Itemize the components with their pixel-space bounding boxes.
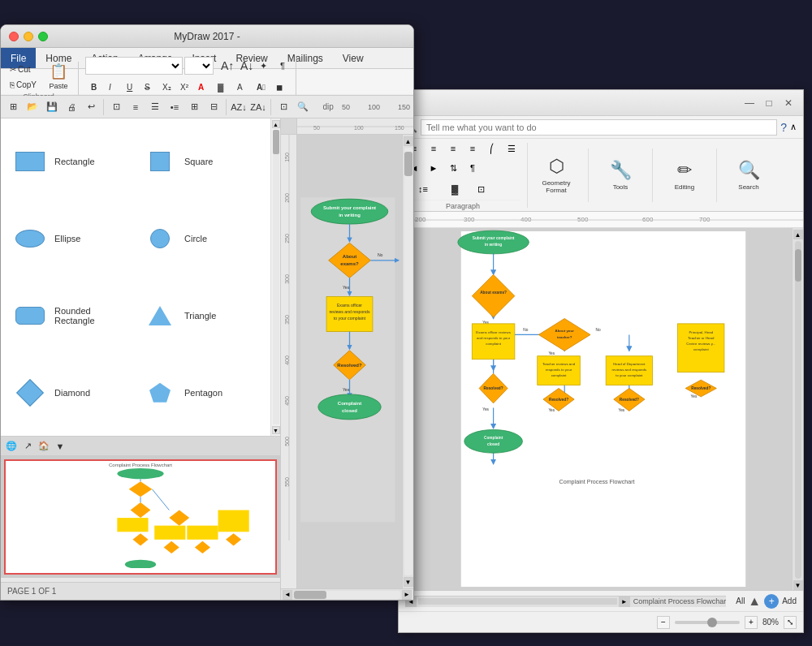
thumbnail-content: Complaint Process Flowchart: [4, 459, 277, 575]
canvas-vscroll-thumb[interactable]: [404, 152, 412, 176]
zoom-out-button[interactable]: −: [657, 616, 670, 629]
scroll-down-button[interactable]: ▼: [793, 580, 803, 590]
underline-button[interactable]: U: [121, 77, 137, 97]
geometry-format-button[interactable]: ⬡ Geometry Format: [534, 146, 578, 205]
editing-button[interactable]: ✏ Editing: [663, 146, 706, 205]
shapes-scroll-down[interactable]: ▼: [272, 426, 280, 434]
indent-right-button[interactable]: ►: [425, 159, 443, 177]
menu-view[interactable]: View: [333, 48, 374, 68]
horizontal-scrollbar[interactable]: ◄ ► Complaint Process Flowchar: [405, 596, 726, 607]
shape-icon-circle: [144, 226, 176, 251]
zoom-in-button[interactable]: +: [745, 616, 758, 629]
fit-page-button[interactable]: ⤡: [784, 616, 797, 629]
toolbar-save[interactable]: 💾: [43, 98, 61, 116]
scroll-thumb[interactable]: [795, 249, 801, 282]
help-button[interactable]: ?: [780, 121, 787, 134]
text-bg-button[interactable]: A: [231, 77, 249, 97]
preview-tool-1[interactable]: 🌐: [4, 439, 19, 454]
text-format-button[interactable]: ¶: [274, 56, 291, 75]
close-button[interactable]: ✕: [780, 95, 797, 111]
bold-button[interactable]: B: [85, 77, 102, 97]
canvas-hscroll-thumb[interactable]: [294, 591, 326, 599]
toolbar-bullets[interactable]: •≡: [166, 98, 184, 116]
sort-button[interactable]: ⇅: [444, 159, 462, 177]
toolbar-canvas[interactable]: ⊡: [274, 98, 292, 116]
toolbar-more[interactable]: ⊟: [205, 98, 222, 116]
tell-me-input[interactable]: [421, 119, 777, 136]
columns-button[interactable]: ⎛: [483, 140, 501, 157]
list-button[interactable]: ☰: [503, 140, 520, 157]
toolbar-search[interactable]: 🔍: [294, 98, 312, 116]
flowchart-canvas[interactable]: Submit your complaint in writing About e…: [297, 135, 402, 588]
toolbar-new[interactable]: ⊞: [4, 98, 22, 116]
copy-button[interactable]: ⎘ CopY: [4, 77, 42, 92]
canvas-vscroll[interactable]: ▲ ▼: [402, 135, 413, 588]
toolbar-list[interactable]: ☰: [146, 98, 164, 116]
font-grow-button[interactable]: A↑: [215, 56, 233, 75]
font-shrink-button[interactable]: A↓: [235, 56, 253, 75]
shape-item-ellipse[interactable]: Ellipse: [9, 204, 132, 274]
shape-item-triangle[interactable]: Triangle: [139, 281, 262, 351]
toolbar-sort-za[interactable]: ZA↓: [249, 98, 267, 116]
preview-dropdown[interactable]: ▼: [53, 439, 67, 454]
vertical-scrollbar[interactable]: ▲ ▼: [792, 228, 803, 590]
toolbar-sort-az[interactable]: AZ↓: [230, 98, 248, 116]
close-button[interactable]: [9, 32, 19, 41]
zoom-thumb[interactable]: [707, 618, 717, 627]
border-text-button[interactable]: ◼: [270, 77, 288, 97]
paste-button[interactable]: 📋 Paste: [44, 62, 73, 93]
canvas-main[interactable]: Submit your complaint in writing About e…: [415, 228, 792, 590]
toolbar-undo[interactable]: ↩: [82, 98, 100, 116]
shapes-scrollbar[interactable]: ▲ ▼: [270, 118, 280, 436]
tools-button[interactable]: 🔧 Tools: [598, 146, 642, 205]
shape-item-rounded-rectangle[interactable]: Rounded Rectangle: [9, 281, 132, 351]
align-center-button[interactable]: ≡: [425, 140, 443, 157]
clear-format-button[interactable]: ✦: [254, 56, 273, 75]
shapes-scroll-thumb[interactable]: [273, 130, 279, 154]
toolbar-align[interactable]: ≡: [127, 98, 145, 116]
toolbar-print[interactable]: 🖨: [63, 98, 80, 116]
canvas-area[interactable]: 50 100 150 150 200 250 300 350 400: [281, 118, 413, 600]
scroll-up-button[interactable]: ▲: [793, 230, 803, 239]
toolbar-table[interactable]: ⊞: [185, 98, 203, 116]
font-size-select[interactable]: [184, 57, 214, 75]
shape-item-square[interactable]: Square: [139, 127, 262, 197]
cut-button[interactable]: ✂ Cut: [4, 62, 37, 76]
search-button[interactable]: 🔍 Search: [727, 146, 771, 205]
maximize-button[interactable]: [38, 32, 48, 41]
shape-item-rectangle[interactable]: Rectangle: [9, 127, 132, 197]
toolbar-shapes[interactable]: ⊡: [107, 98, 125, 116]
shade-button[interactable]: ▓: [443, 180, 467, 198]
pilcrow-button[interactable]: ¶: [464, 159, 482, 177]
canvas-hscroll[interactable]: ◄ ►: [281, 588, 413, 600]
preview-tool-3[interactable]: 🏠: [37, 439, 51, 454]
canvas-scroll-down[interactable]: ▼: [404, 577, 413, 587]
font-color-button[interactable]: A: [192, 77, 210, 97]
italic-button[interactable]: I: [103, 77, 119, 97]
zoom-slider[interactable]: [675, 621, 740, 624]
canvas-hscroll-right[interactable]: ►: [402, 590, 412, 600]
scroll-right-button[interactable]: ►: [619, 596, 630, 607]
canvas-scroll-up[interactable]: ▲: [404, 136, 413, 146]
collapse-button[interactable]: ∧: [790, 122, 797, 132]
minimize-button[interactable]: [24, 32, 33, 41]
preview-tool-2[interactable]: ↗: [20, 439, 35, 454]
superscript-button[interactable]: X²: [175, 77, 191, 97]
shape-item-pentagon[interactable]: Pentagon: [139, 357, 262, 428]
add-tab-button[interactable]: +: [764, 594, 779, 609]
subscript-button[interactable]: X₂: [157, 77, 173, 97]
shapes-scroll-up[interactable]: ▲: [272, 120, 280, 128]
align-right-button[interactable]: ≡: [444, 140, 462, 157]
canvas-hscroll-left[interactable]: ◄: [283, 590, 292, 600]
justify-button[interactable]: ≡: [464, 140, 482, 157]
highlight-button[interactable]: ▓: [212, 77, 230, 97]
strikethrough-button[interactable]: S: [139, 77, 155, 97]
maximize-button[interactable]: □: [761, 95, 777, 111]
font-family-select[interactable]: [85, 57, 183, 75]
font-effect-button[interactable]: A⃝: [251, 77, 269, 97]
toolbar-open[interactable]: 📂: [24, 98, 41, 116]
shape-item-circle[interactable]: Circle: [139, 204, 262, 274]
shape-item-diamond[interactable]: Diamond: [9, 357, 132, 428]
minimize-button[interactable]: —: [741, 95, 758, 111]
border-button[interactable]: ⊡: [469, 180, 493, 198]
